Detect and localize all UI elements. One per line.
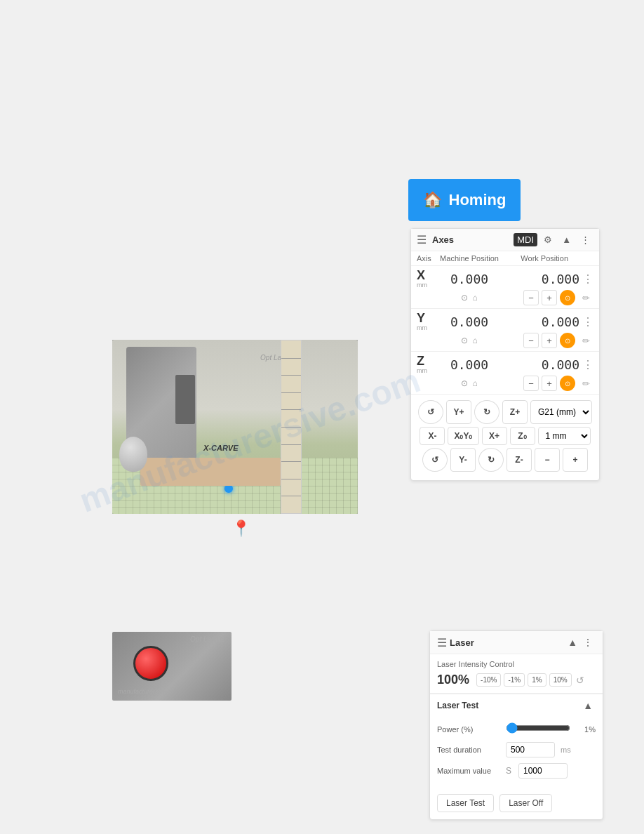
- x-menu-button[interactable]: ⋮: [582, 272, 593, 286]
- z-origin-button[interactable]: ⊙: [461, 378, 468, 388]
- laser-test-header[interactable]: Laser Test ▲: [430, 694, 603, 717]
- laser-plus10-button[interactable]: 10%: [549, 673, 572, 687]
- jog-x-plus-button[interactable]: X+: [482, 427, 507, 445]
- z-plus-button[interactable]: +: [542, 376, 557, 391]
- jog-y-plus-button[interactable]: Y+: [446, 400, 471, 424]
- laser-plus1-button[interactable]: 1%: [528, 673, 546, 687]
- axes-mdi-button[interactable]: MDI: [514, 233, 537, 246]
- axes-title: Axes: [432, 234, 511, 245]
- z-home-button[interactable]: ⌂: [472, 378, 477, 388]
- y-origin-button[interactable]: ⊙: [461, 336, 468, 345]
- laser-more-button[interactable]: ⋮: [580, 635, 596, 649]
- homing-label: Homing: [449, 191, 507, 209]
- max-value-input[interactable]: [518, 763, 568, 779]
- laser-collapse-button[interactable]: ▲: [565, 635, 580, 649]
- laser-header: ☰ Laser ▲ ⋮: [430, 631, 603, 654]
- camera-image-secondary: Opt Lasers manufacturersive: [112, 632, 232, 701]
- y-work-value: 0.000: [501, 315, 582, 329]
- laser-reset-button[interactable]: ↺: [576, 675, 584, 686]
- x-machine-value: 0.000: [438, 272, 501, 286]
- laser-intensity-section: Laser Intensity Control 100% -10% -1% 1%…: [430, 654, 603, 694]
- unit-select[interactable]: G21 (mm) G20 (in): [530, 400, 592, 424]
- laser-intensity-value: 100%: [437, 673, 469, 687]
- power-value: 1%: [576, 725, 596, 734]
- laser-minus10-button[interactable]: -10%: [476, 673, 501, 687]
- x-work-value: 0.000: [501, 272, 582, 286]
- laser-title: Laser: [450, 637, 565, 648]
- max-label: Maximum value: [437, 767, 500, 775]
- laser-menu-icon: ☰: [437, 636, 447, 649]
- z-menu-button[interactable]: ⋮: [582, 358, 593, 371]
- axes-panel: ☰ Axes MDI ⚙ ▲ ⋮ Axis Machine Position W…: [410, 228, 600, 481]
- axis-row-z: Z mm 0.000 0.000 ⋮ ⊙ ⌂ − + ⊙ ✏: [411, 352, 599, 395]
- jog-step-minus[interactable]: −: [535, 448, 560, 472]
- x-zero-button[interactable]: ⊙: [560, 290, 575, 305]
- axis-row-x: X mm 0.000 0.000 ⋮ ⊙ ⌂ − + ⊙ ✏: [411, 266, 599, 309]
- z-machine-value: 0.000: [438, 357, 501, 372]
- x-label: X: [417, 269, 438, 282]
- axes-more-button[interactable]: ⋮: [577, 233, 593, 246]
- jog-rotate-left-2[interactable]: ↺: [422, 448, 448, 472]
- jog-y-minus-button[interactable]: Y-: [450, 448, 476, 472]
- duration-input[interactable]: [506, 742, 555, 757]
- location-pin-marker: 📍: [232, 519, 250, 538]
- duration-label: Test duration: [437, 746, 500, 754]
- jog-z-minus-button[interactable]: Z-: [507, 448, 532, 472]
- z-edit-button[interactable]: ✏: [578, 376, 593, 391]
- power-button-image: [133, 646, 168, 681]
- y-minus-button[interactable]: −: [523, 333, 539, 348]
- laser-off-button[interactable]: Laser Off: [499, 794, 552, 812]
- power-label: Power (%): [437, 725, 500, 734]
- laser-test-label: Laser Test: [437, 701, 580, 710]
- laser-test-collapse-button[interactable]: ▲: [580, 699, 596, 713]
- col-axis: Axis: [417, 254, 438, 263]
- axes-up-button[interactable]: ▲: [558, 233, 575, 246]
- y-zero-button[interactable]: ⊙: [560, 333, 575, 348]
- laser-test-button[interactable]: Laser Test: [437, 794, 494, 812]
- jog-rotate-left-1[interactable]: ↺: [418, 400, 443, 424]
- jog-z0-button[interactable]: Z₀: [510, 427, 535, 445]
- x-home-button[interactable]: ⌂: [472, 293, 477, 303]
- step-select[interactable]: 1 mm 0.1 mm 10 mm: [538, 427, 591, 445]
- y-edit-button[interactable]: ✏: [578, 333, 593, 348]
- y-machine-value: 0.000: [438, 315, 501, 329]
- x-minus-button[interactable]: −: [523, 290, 539, 305]
- jog-step-plus[interactable]: +: [563, 448, 588, 472]
- z-unit: mm: [417, 367, 438, 374]
- duration-unit: ms: [561, 746, 571, 754]
- axes-column-headers: Axis Machine Position Work Position: [411, 251, 599, 266]
- axes-header: ☰ Axes MDI ⚙ ▲ ⋮: [411, 229, 599, 251]
- jog-section: ↺ Y+ ↻ Z+ G21 (mm) G20 (in) X- X₀Y₀ X+ Z…: [411, 395, 599, 480]
- home-icon: 🏠: [423, 191, 442, 209]
- z-minus-button[interactable]: −: [523, 376, 539, 391]
- jog-rotate-right-2[interactable]: ↻: [478, 448, 504, 472]
- jog-z-plus-button[interactable]: Z+: [502, 400, 528, 424]
- axes-settings-button[interactable]: ⚙: [540, 233, 556, 246]
- x-origin-button[interactable]: ⊙: [461, 293, 468, 303]
- z-label: Z: [417, 355, 438, 367]
- laser-minus1-button[interactable]: -1%: [504, 673, 525, 687]
- y-plus-button[interactable]: +: [542, 333, 557, 348]
- x-edit-button[interactable]: ✏: [578, 290, 593, 305]
- z-work-value: 0.000: [501, 357, 582, 372]
- col-machine-position: Machine Position: [438, 254, 501, 263]
- y-home-button[interactable]: ⌂: [472, 336, 477, 345]
- homing-button[interactable]: 🏠 Homing: [408, 179, 521, 221]
- laser-test-section: Laser Test ▲ Power (%) 1% Test duration …: [430, 694, 603, 819]
- max-s-label: S: [506, 766, 511, 776]
- x-plus-button[interactable]: +: [542, 290, 557, 305]
- jog-x-minus-button[interactable]: X-: [420, 427, 445, 445]
- x-unit: mm: [417, 282, 438, 289]
- axes-menu-icon: ☰: [417, 233, 427, 246]
- opl-logo-2: Opt Lasers: [190, 635, 224, 643]
- z-zero-button[interactable]: ⊙: [560, 376, 575, 391]
- laser-panel: ☰ Laser ▲ ⋮ Laser Intensity Control 100%…: [429, 630, 603, 820]
- power-slider[interactable]: [506, 722, 570, 734]
- jog-x0y0-button[interactable]: X₀Y₀: [448, 427, 478, 445]
- laser-test-body: Power (%) 1% Test duration ms Maximum va…: [430, 717, 603, 790]
- jog-rotate-right-1[interactable]: ↻: [474, 400, 499, 424]
- laser-intensity-label: Laser Intensity Control: [437, 660, 596, 668]
- y-menu-button[interactable]: ⋮: [582, 315, 593, 329]
- camera-image-main: Opt Lasers X-CARVE: [112, 340, 358, 514]
- axis-row-y: Y mm 0.000 0.000 ⋮ ⊙ ⌂ − + ⊙ ✏: [411, 309, 599, 352]
